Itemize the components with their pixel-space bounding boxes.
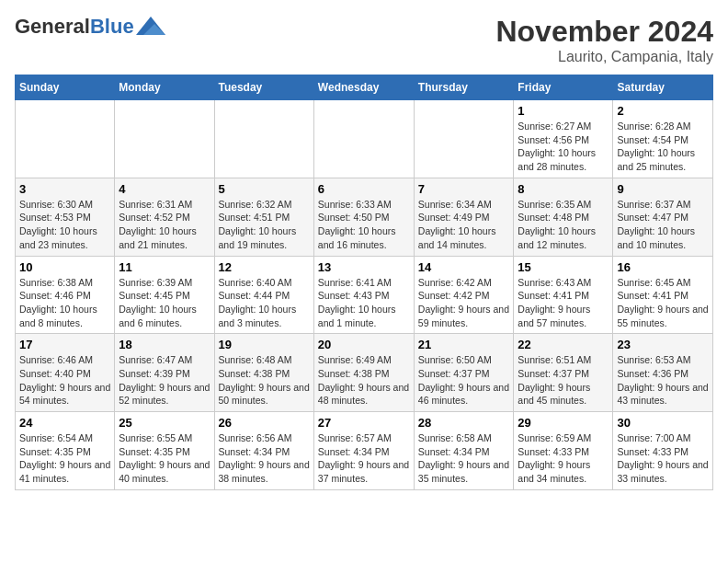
day-number: 26 <box>219 416 310 430</box>
day-info: Sunrise: 6:55 AM Sunset: 4:35 PM Dayligh… <box>119 431 210 486</box>
day-number: 14 <box>418 260 510 274</box>
calendar-cell <box>414 100 514 178</box>
calendar-week-row: 17Sunrise: 6:46 AM Sunset: 4:40 PM Dayli… <box>16 334 713 412</box>
weekday-header: Friday <box>514 75 613 100</box>
calendar-week-row: 10Sunrise: 6:38 AM Sunset: 4:46 PM Dayli… <box>16 256 713 334</box>
logo-icon <box>136 17 165 35</box>
day-info: Sunrise: 6:58 AM Sunset: 4:34 PM Dayligh… <box>418 431 510 486</box>
day-number: 9 <box>617 182 709 196</box>
day-number: 23 <box>617 338 709 351</box>
day-info: Sunrise: 6:51 AM Sunset: 4:37 PM Dayligh… <box>518 353 609 408</box>
calendar-cell <box>313 100 414 178</box>
calendar-cell: 17Sunrise: 6:46 AM Sunset: 4:40 PM Dayli… <box>16 334 115 412</box>
page-subtitle: Laurito, Campania, Italy <box>495 49 713 65</box>
day-number: 22 <box>518 338 609 351</box>
day-info: Sunrise: 6:30 AM Sunset: 4:53 PM Dayligh… <box>19 198 110 252</box>
calendar-cell: 30Sunrise: 7:00 AM Sunset: 4:33 PM Dayli… <box>613 412 713 490</box>
day-number: 18 <box>119 338 210 351</box>
calendar-cell: 14Sunrise: 6:42 AM Sunset: 4:42 PM Dayli… <box>414 256 514 334</box>
day-number: 10 <box>19 260 110 274</box>
day-info: Sunrise: 6:39 AM Sunset: 4:45 PM Dayligh… <box>119 276 210 330</box>
day-info: Sunrise: 6:34 AM Sunset: 4:49 PM Dayligh… <box>418 198 510 252</box>
day-number: 27 <box>318 416 410 430</box>
day-number: 29 <box>518 416 609 430</box>
title-block: November 2024 Laurito, Campania, Italy <box>495 15 713 65</box>
calendar-week-row: 1Sunrise: 6:27 AM Sunset: 4:56 PM Daylig… <box>16 100 713 178</box>
day-info: Sunrise: 6:37 AM Sunset: 4:47 PM Dayligh… <box>617 198 709 252</box>
calendar-cell: 23Sunrise: 6:53 AM Sunset: 4:36 PM Dayli… <box>613 334 713 412</box>
calendar-cell <box>214 100 313 178</box>
day-info: Sunrise: 6:59 AM Sunset: 4:33 PM Dayligh… <box>518 431 609 486</box>
day-number: 16 <box>617 260 709 274</box>
day-number: 1 <box>518 104 609 118</box>
calendar-cell: 4Sunrise: 6:31 AM Sunset: 4:52 PM Daylig… <box>115 178 214 256</box>
calendar-cell: 20Sunrise: 6:49 AM Sunset: 4:38 PM Dayli… <box>313 334 414 412</box>
weekday-header: Tuesday <box>214 75 313 100</box>
calendar-week-row: 24Sunrise: 6:54 AM Sunset: 4:35 PM Dayli… <box>16 412 713 490</box>
day-info: Sunrise: 6:49 AM Sunset: 4:38 PM Dayligh… <box>318 353 410 408</box>
day-number: 4 <box>119 182 210 196</box>
calendar-cell: 24Sunrise: 6:54 AM Sunset: 4:35 PM Dayli… <box>16 412 115 490</box>
day-number: 2 <box>617 104 709 118</box>
day-number: 28 <box>418 416 510 430</box>
day-number: 12 <box>219 260 310 274</box>
day-info: Sunrise: 6:57 AM Sunset: 4:34 PM Dayligh… <box>318 431 410 486</box>
calendar-cell: 5Sunrise: 6:32 AM Sunset: 4:51 PM Daylig… <box>214 178 313 256</box>
calendar-cell: 8Sunrise: 6:35 AM Sunset: 4:48 PM Daylig… <box>514 178 613 256</box>
calendar-cell: 18Sunrise: 6:47 AM Sunset: 4:39 PM Dayli… <box>115 334 214 412</box>
calendar-cell: 25Sunrise: 6:55 AM Sunset: 4:35 PM Dayli… <box>115 412 214 490</box>
calendar-cell: 12Sunrise: 6:40 AM Sunset: 4:44 PM Dayli… <box>214 256 313 334</box>
day-info: Sunrise: 6:43 AM Sunset: 4:41 PM Dayligh… <box>518 276 609 330</box>
day-number: 3 <box>19 182 110 196</box>
logo-text-blue: Blue <box>90 15 134 39</box>
calendar-cell <box>115 100 214 178</box>
calendar-header-row: SundayMondayTuesdayWednesdayThursdayFrid… <box>16 75 713 100</box>
day-number: 20 <box>318 338 410 351</box>
calendar-cell: 19Sunrise: 6:48 AM Sunset: 4:38 PM Dayli… <box>214 334 313 412</box>
weekday-header: Saturday <box>613 75 713 100</box>
calendar-cell: 11Sunrise: 6:39 AM Sunset: 4:45 PM Dayli… <box>115 256 214 334</box>
day-number: 30 <box>617 416 709 430</box>
calendar-cell: 26Sunrise: 6:56 AM Sunset: 4:34 PM Dayli… <box>214 412 313 490</box>
day-number: 25 <box>119 416 210 430</box>
day-info: Sunrise: 6:56 AM Sunset: 4:34 PM Dayligh… <box>219 431 310 486</box>
calendar-cell: 10Sunrise: 6:38 AM Sunset: 4:46 PM Dayli… <box>16 256 115 334</box>
day-number: 7 <box>418 182 510 196</box>
day-number: 17 <box>19 338 110 351</box>
logo: General Blue <box>15 15 165 39</box>
day-info: Sunrise: 6:31 AM Sunset: 4:52 PM Dayligh… <box>119 198 210 252</box>
day-info: Sunrise: 6:38 AM Sunset: 4:46 PM Dayligh… <box>19 276 110 330</box>
page-title: November 2024 <box>495 15 713 49</box>
calendar-cell: 1Sunrise: 6:27 AM Sunset: 4:56 PM Daylig… <box>514 100 613 178</box>
day-info: Sunrise: 7:00 AM Sunset: 4:33 PM Dayligh… <box>617 431 709 486</box>
calendar-table: SundayMondayTuesdayWednesdayThursdayFrid… <box>15 75 713 490</box>
day-info: Sunrise: 6:53 AM Sunset: 4:36 PM Dayligh… <box>617 353 709 408</box>
calendar-cell: 21Sunrise: 6:50 AM Sunset: 4:37 PM Dayli… <box>414 334 514 412</box>
day-info: Sunrise: 6:50 AM Sunset: 4:37 PM Dayligh… <box>418 353 510 408</box>
day-info: Sunrise: 6:28 AM Sunset: 4:54 PM Dayligh… <box>617 120 709 174</box>
calendar-cell: 15Sunrise: 6:43 AM Sunset: 4:41 PM Dayli… <box>514 256 613 334</box>
day-number: 24 <box>19 416 110 430</box>
day-number: 19 <box>219 338 310 351</box>
day-info: Sunrise: 6:48 AM Sunset: 4:38 PM Dayligh… <box>219 353 310 408</box>
calendar-cell: 6Sunrise: 6:33 AM Sunset: 4:50 PM Daylig… <box>313 178 414 256</box>
day-info: Sunrise: 6:33 AM Sunset: 4:50 PM Dayligh… <box>318 198 410 252</box>
weekday-header: Thursday <box>414 75 514 100</box>
weekday-header: Wednesday <box>313 75 414 100</box>
day-number: 13 <box>318 260 410 274</box>
day-info: Sunrise: 6:42 AM Sunset: 4:42 PM Dayligh… <box>418 276 510 330</box>
calendar-cell <box>16 100 115 178</box>
day-number: 5 <box>219 182 310 196</box>
calendar-cell: 9Sunrise: 6:37 AM Sunset: 4:47 PM Daylig… <box>613 178 713 256</box>
calendar-cell: 22Sunrise: 6:51 AM Sunset: 4:37 PM Dayli… <box>514 334 613 412</box>
calendar-cell: 7Sunrise: 6:34 AM Sunset: 4:49 PM Daylig… <box>414 178 514 256</box>
day-info: Sunrise: 6:47 AM Sunset: 4:39 PM Dayligh… <box>119 353 210 408</box>
logo-text-general: General <box>15 15 90 39</box>
day-info: Sunrise: 6:40 AM Sunset: 4:44 PM Dayligh… <box>219 276 310 330</box>
day-info: Sunrise: 6:54 AM Sunset: 4:35 PM Dayligh… <box>19 431 110 486</box>
calendar-cell: 2Sunrise: 6:28 AM Sunset: 4:54 PM Daylig… <box>613 100 713 178</box>
day-info: Sunrise: 6:46 AM Sunset: 4:40 PM Dayligh… <box>19 353 110 408</box>
day-info: Sunrise: 6:27 AM Sunset: 4:56 PM Dayligh… <box>518 120 609 174</box>
calendar-cell: 29Sunrise: 6:59 AM Sunset: 4:33 PM Dayli… <box>514 412 613 490</box>
day-info: Sunrise: 6:32 AM Sunset: 4:51 PM Dayligh… <box>219 198 310 252</box>
